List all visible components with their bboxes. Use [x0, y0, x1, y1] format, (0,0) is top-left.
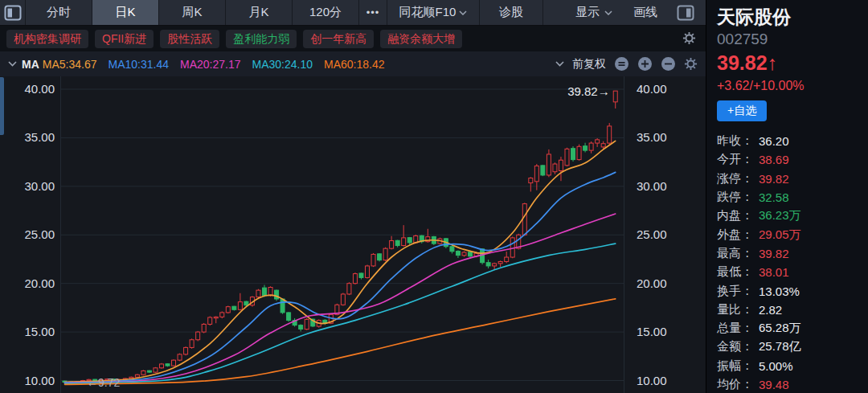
- stat-value: 25.78亿: [759, 339, 801, 354]
- stat-value: 39.82: [759, 172, 789, 186]
- tab-daily-k[interactable]: 日K: [92, 0, 158, 25]
- tab-minute[interactable]: 分时: [25, 0, 92, 25]
- up-arrow-icon: ↑: [768, 51, 778, 74]
- tab-120min[interactable]: 120分: [292, 0, 358, 25]
- zoom-out-circle-icon[interactable]: [661, 56, 676, 72]
- stat-zuoshou: 昨收：36.20: [717, 132, 862, 150]
- zoom-in-circle-icon[interactable]: [637, 56, 653, 72]
- stat-label: 外盘：: [717, 227, 759, 243]
- stat-label: 跌停：: [717, 190, 759, 205]
- ma10-legend: MA10:31.44: [108, 58, 170, 71]
- indicator-row: MA MA5:34.67MA10:31.44MA20:27.17MA30:24.…: [0, 51, 706, 76]
- stat-label: 涨停：: [717, 171, 759, 186]
- panel-left-icon[interactable]: [0, 0, 25, 25]
- tab-monthly-k[interactable]: 月K: [225, 0, 292, 25]
- tab-more[interactable]: •••: [358, 0, 387, 25]
- panel-right-icon[interactable]: [675, 5, 696, 21]
- stat-liangbi: 量比：2.82: [717, 301, 862, 319]
- left-edge-accent: [0, 77, 4, 135]
- stats-circle-icon[interactable]: [614, 56, 629, 72]
- toolbar-right-group: 显示画线: [542, 0, 706, 25]
- stat-junjia: 均价：39.48: [717, 375, 862, 393]
- ma30-legend: MA30:24.10: [252, 58, 313, 71]
- tab-label: 周K: [182, 5, 202, 20]
- stock-name: 天际股份: [717, 5, 868, 29]
- period-tabs: 分时日K周K月K120分•••同花顺F10诊股: [25, 0, 542, 25]
- toolbar-links: 显示画线: [575, 5, 657, 20]
- y-tick-left: 10.00: [24, 374, 55, 387]
- ma-title: MA: [22, 58, 39, 71]
- tag-pills: 机构密集调研QFII新进股性活跃盈利能力弱创一年新高融资余额大增: [6, 30, 462, 48]
- adjust-mode-dropdown[interactable]: 前复权: [572, 57, 606, 72]
- stock-tags-row: 机构密集调研QFII新进股性活跃盈利能力弱创一年新高融资余额大增: [0, 26, 706, 51]
- tag-active-stock[interactable]: 股性活跃: [160, 30, 219, 48]
- stat-label: 总量：: [717, 321, 759, 336]
- tag-institution-survey[interactable]: 机构密集调研: [6, 30, 88, 48]
- toolbar-draw-line[interactable]: 画线: [633, 5, 657, 20]
- low-price-annotation: ←9.72: [87, 376, 120, 389]
- stat-jine: 金额：25.78亿: [717, 338, 862, 356]
- tag-one-year-high[interactable]: 创一年新高: [303, 30, 374, 48]
- stat-value: 38.69: [759, 153, 789, 166]
- tab-label: 月K: [248, 5, 268, 20]
- chevron-down-icon: [459, 10, 467, 15]
- stat-value: 32.58: [759, 190, 789, 204]
- stock-app-window: 分时日K周K月K120分•••同花顺F10诊股 显示画线 机构密集调研QFII新…: [0, 0, 868, 393]
- stat-label: 今开：: [717, 152, 759, 167]
- stat-value: 5.00%: [759, 359, 793, 373]
- quote-panel: 天际股份 002759 39.82↑ +3.62/+10.00% +自选 昨收：…: [706, 0, 868, 393]
- tag-qfii-new[interactable]: QFII新进: [95, 30, 154, 48]
- stat-neipan: 内盘：36.23万: [717, 207, 862, 225]
- tag-margin-balance-up[interactable]: 融资余额大增: [380, 30, 462, 48]
- y-tick-left: 20.00: [24, 276, 55, 290]
- stat-label: 内盘：: [717, 208, 759, 223]
- ma60-legend: MA60:18.42: [324, 58, 385, 71]
- y-tick-left: 30.00: [24, 179, 55, 193]
- stat-value: 38.01: [759, 265, 789, 279]
- tab-diagnose[interactable]: 诊股: [479, 0, 542, 25]
- settings-gear-icon[interactable]: [684, 57, 698, 71]
- tab-label: 同花顺F10: [399, 5, 457, 20]
- last-price-annotation: 39.82→: [567, 84, 610, 98]
- stat-value: 36.20: [759, 134, 789, 148]
- stat-value: 65.28万: [759, 321, 801, 336]
- stat-zuidi: 最低：38.01: [717, 263, 862, 281]
- tag-weak-profit[interactable]: 盈利能力弱: [226, 30, 297, 48]
- toolbar-link-label: 画线: [633, 5, 657, 20]
- toolbar: 分时日K周K月K120分•••同花顺F10诊股 显示画线: [0, 0, 706, 26]
- stat-value: 29.05万: [759, 227, 801, 243]
- ma20-legend: MA20:27.17: [180, 58, 241, 71]
- tab-label: 分时: [47, 5, 71, 20]
- stat-zhangting: 涨停：39.82: [717, 170, 862, 188]
- stat-label: 振幅：: [717, 358, 759, 374]
- stat-label: 换手：: [717, 284, 759, 299]
- add-watchlist-button[interactable]: +自选: [717, 100, 767, 121]
- stat-dieting: 跌停：32.58: [717, 188, 862, 207]
- ma5-line: [65, 141, 616, 382]
- price-change: +3.62/+10.00%: [717, 76, 868, 95]
- stat-value: 39.48: [759, 378, 789, 391]
- tab-weekly-k[interactable]: 周K: [158, 0, 225, 25]
- tab-ths-f10[interactable]: 同花顺F10: [387, 0, 479, 25]
- y-tick-right: 10.00: [637, 374, 667, 387]
- last-price: 39.82↑: [717, 50, 868, 76]
- tab-label: 诊股: [499, 5, 523, 20]
- y-tick-right: 40.00: [637, 82, 667, 96]
- stat-waipan: 外盘：29.05万: [717, 225, 862, 244]
- candlestick-chart[interactable]: 40.0040.0035.0035.0030.0030.0025.0025.00…: [0, 76, 706, 393]
- stat-value: 36.23万: [759, 208, 801, 223]
- kline-svg[interactable]: 40.0040.0035.0035.0030.0030.0025.0025.00…: [0, 76, 706, 393]
- y-tick-left: 25.00: [24, 227, 55, 241]
- y-tick-right: 30.00: [637, 179, 667, 193]
- toolbar-display[interactable]: 显示: [575, 5, 612, 20]
- stat-label: 最高：: [717, 246, 759, 261]
- tab-label: •••: [366, 6, 380, 18]
- chevron-down-icon[interactable]: [8, 61, 17, 67]
- chevron-down-icon: [604, 10, 612, 15]
- tab-label: 120分: [309, 5, 342, 20]
- y-tick-right: 15.00: [637, 325, 667, 338]
- stat-value: 2.82: [759, 303, 782, 317]
- indicator-row-right: 前复权: [555, 56, 698, 72]
- y-tick-left: 35.00: [24, 130, 55, 144]
- tags-gear-icon[interactable]: [682, 31, 696, 48]
